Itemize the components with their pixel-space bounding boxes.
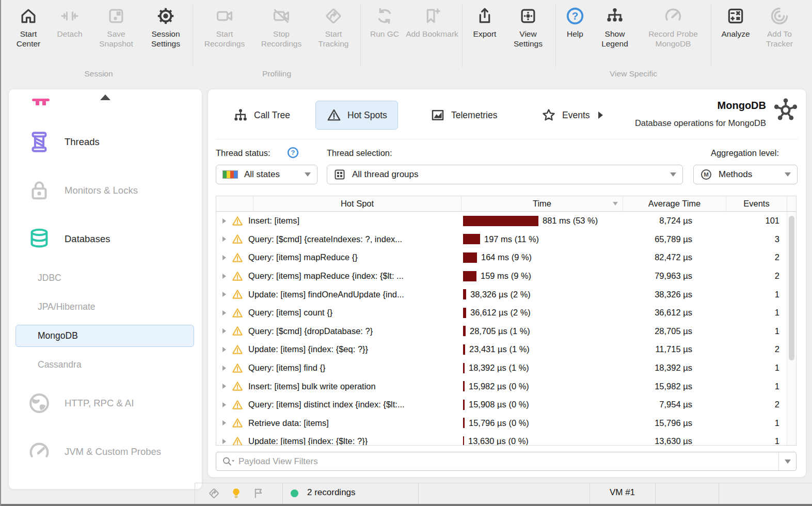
sidebar-item-label: Threads [65,136,100,148]
toolbar-button-session-settings[interactable]: Session Settings [142,0,189,68]
table-row[interactable]: Retrieve data: [items]15,796 µs (0 %)15,… [216,414,796,433]
hot-spot-name: Query: [items] find {} [248,363,325,373]
clipped-view-icon[interactable] [30,98,51,108]
camera-icon [215,6,234,26]
sidebar-item-monitors-locks[interactable]: Monitors & Locks [9,173,202,208]
thread-status-value: All states [244,169,280,180]
tab-label: Call Tree [254,110,290,121]
sidebar-item-http-rpc-ai[interactable]: HTTP, RPC & AI [9,386,202,420]
table-row[interactable]: Query: [items] find {}18,392 µs (1 %)18,… [216,359,796,377]
sidebar-item-cassandra[interactable]: Cassandra [9,354,202,375]
expand-caret-icon[interactable] [222,218,226,224]
aggregation-level-dropdown[interactable]: M Methods [693,165,798,184]
column-header-hot-spot[interactable]: Hot Spot [253,196,461,211]
expand-caret-icon[interactable] [222,439,226,444]
expand-caret-icon[interactable] [222,292,226,297]
tab-hot-spots[interactable]: Hot Spots [315,101,398,130]
column-header-average-time[interactable]: Average Time [623,196,726,211]
expand-caret-icon[interactable] [222,310,226,315]
toolbar-button-label: Stop Recordings [253,29,309,49]
column-header-time[interactable]: Time [461,196,623,211]
expand-caret-icon[interactable] [222,328,226,334]
payload-filter-dropdown-button[interactable] [778,452,796,470]
warning-icon [231,435,244,445]
table-row[interactable]: Query: [items] mapReduce {}164 ms (9 %)8… [216,248,796,267]
tab-telemetries[interactable]: Telemetries [430,101,497,130]
tab-call-tree[interactable]: Call Tree [233,101,290,130]
table-row[interactable]: Insert: [items] bulk write operation15,9… [216,377,796,396]
toolbar-button-label: Show Legend [592,29,638,49]
time-value: 159 ms (9 %) [481,271,531,281]
toolbar-button-label: Help [567,29,583,39]
time-value: 18,392 µs (1 %) [469,363,529,373]
vertical-scrollbar[interactable] [787,212,796,445]
sidebar-item-label: JVM & Custom Probes [65,446,161,457]
chevron-down-icon [785,172,791,177]
payload-filter-input[interactable] [238,456,778,467]
sidebar-item-mongodb[interactable]: MongoDB [15,325,194,347]
toolbar-button-help[interactable]: ?Help [560,0,591,68]
warning-icon [231,343,244,356]
table-row[interactable]: Query: [$cmd] {dropDatabase: ?}28,705 µs… [216,322,796,341]
table-row[interactable]: Query: [items] count {}36,612 µs (2 %)36… [216,304,796,322]
sidebar-item-threads[interactable]: Threads [9,125,202,159]
toolbar-button-run-gc[interactable]: Run GC [364,0,405,68]
expand-caret-icon[interactable] [222,255,226,260]
toolbar-button-start-recordings[interactable]: Start Recordings [197,0,252,68]
toolbar-button-label: Session Settings [142,29,189,49]
toolbar-group: Start RecordingsStop RecordingsStart Tra… [197,0,357,84]
column-header-expand [216,196,253,211]
toolbar: Start CenterDetachSave SnapshotSession S… [1,0,812,84]
scroll-up-icon[interactable] [100,94,110,100]
gc-icon [375,6,394,26]
expand-caret-icon[interactable] [222,384,226,389]
tab-events[interactable]: Events [541,101,603,130]
tracking-icon[interactable] [208,487,220,500]
toolbar-button-record-probe-mongodb[interactable]: Record Probe MongoDB [639,0,707,68]
toolbar-button-export[interactable]: Export [466,0,503,68]
chevron-right-icon[interactable] [598,112,603,119]
flag-icon[interactable] [252,487,265,500]
divider [195,483,195,504]
table-row[interactable]: Insert: [items]881 ms (53 %)8,724 µs101 [216,212,796,230]
toolbar-button-label: View Settings [504,29,552,49]
scrollbar-thumb[interactable] [789,216,794,360]
expand-caret-icon[interactable] [222,366,226,371]
toolbar-button-label: Add To Tracker [757,29,802,49]
expand-caret-icon[interactable] [222,402,226,407]
events-star-icon [541,107,556,123]
toolbar-button-add-to-tracker[interactable]: Add To Tracker [757,0,802,68]
table-row[interactable]: Query: [items] distinct index {index: {$… [216,396,796,414]
thread-selection-dropdown[interactable]: All thread groups [327,165,683,184]
hot-spots-icon [326,107,342,123]
toolbar-button-stop-recordings[interactable]: Stop Recordings [253,0,309,68]
bulb-icon[interactable] [230,487,243,500]
divider [195,483,812,483]
view-settings-icon [518,6,538,26]
toolbar-button-detach[interactable]: Detach [50,0,90,68]
toolbar-button-view-settings[interactable]: View Settings [504,0,552,68]
expand-caret-icon[interactable] [222,347,226,352]
sidebar-item-jvm-custom-probes[interactable]: JVM & Custom Probes [9,435,202,469]
table-row[interactable]: Update: [items] {index: {$eq: ?}}23,431 … [216,340,796,359]
sidebar-item-jpa-hibernate[interactable]: JPA/Hibernate [9,296,202,318]
toolbar-button-start-tracking[interactable]: Start Tracking [310,0,357,68]
expand-caret-icon[interactable] [222,420,226,425]
toolbar-button-analyze[interactable]: Analyze [715,0,756,68]
table-row[interactable]: Query: [$cmd] {createIndexes: ?, index..… [216,230,796,249]
thread-status-help-icon[interactable]: ? [286,146,299,159]
expand-caret-icon[interactable] [222,274,226,279]
expand-caret-icon[interactable] [222,236,226,242]
toolbar-button-add-bookmark[interactable]: Add Bookmark [406,0,458,68]
table-row[interactable]: Query: [items] mapReduce {index: {$lt: .… [216,267,796,286]
thread-status-dropdown[interactable]: All states [216,165,317,184]
sidebar-item-jdbc[interactable]: JDBC [9,267,202,289]
toolbar-button-start-center[interactable]: Start Center [8,0,49,68]
toolbar-button-show-legend[interactable]: Show Legend [592,0,638,68]
table-row[interactable]: Update: [items] findOneAndUpdate {ind...… [216,285,796,304]
toolbar-button-save-snapshot[interactable]: Save Snapshot [91,0,141,68]
sidebar-item-databases[interactable]: Databases [9,222,202,256]
sidebar-item-label: Monitors & Locks [65,185,138,196]
column-header-events[interactable]: Events [726,196,787,211]
table-row[interactable]: Update: [items] {index: {$lte: ?}}13,630… [216,432,796,445]
